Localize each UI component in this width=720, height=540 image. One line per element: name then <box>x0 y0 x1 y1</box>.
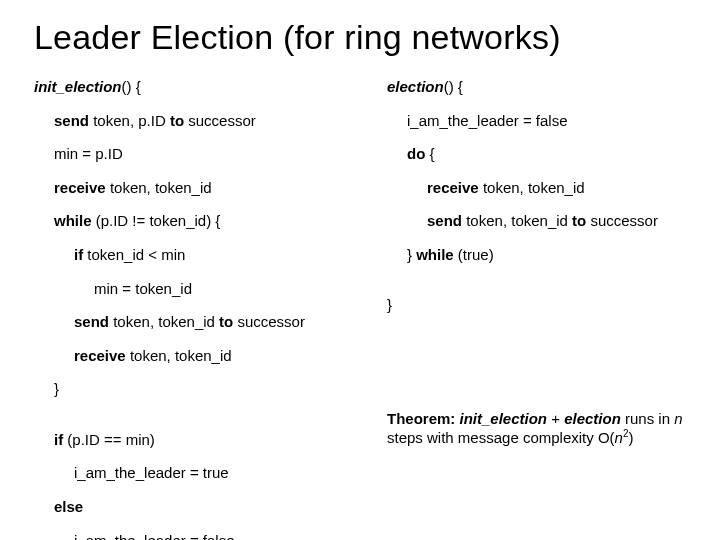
left-column: init_election() { send token, p.ID to su… <box>34 79 369 540</box>
kw-else: else <box>54 498 83 515</box>
var-n: n <box>615 429 623 446</box>
kw-send: send <box>74 313 109 330</box>
txt: token, token_id <box>109 313 219 330</box>
kw-while: while <box>416 246 454 263</box>
line-leader-false: i_am_the_leader = false <box>387 113 686 130</box>
fn-paren: () { <box>444 78 463 95</box>
txt: successor <box>184 112 256 129</box>
close-brace: } <box>387 296 392 313</box>
txt: (p.ID != token_id) { <box>92 212 221 229</box>
kw-to: to <box>170 112 184 129</box>
txt: token, token_id <box>126 347 232 364</box>
kw-receive: receive <box>74 347 126 364</box>
slide: Leader Election (for ring networks) init… <box>0 0 720 540</box>
txt: ) <box>628 429 633 446</box>
txt: { <box>425 145 434 162</box>
txt: token, token_id <box>479 179 585 196</box>
kw-send: send <box>54 112 89 129</box>
kw-receive: receive <box>54 179 106 196</box>
txt: token, token_id <box>462 212 572 229</box>
init-election-code: init_election() { send token, p.ID to su… <box>34 79 369 540</box>
txt: token, token_id <box>106 179 212 196</box>
txt: runs in <box>621 410 674 427</box>
var-n: n <box>674 410 682 427</box>
kw-receive: receive <box>427 179 479 196</box>
close-brace: } <box>34 381 369 398</box>
election-code: election() { i_am_the_leader = false do … <box>387 79 686 314</box>
right-column: election() { i_am_the_leader = false do … <box>387 79 686 540</box>
kw-if: if <box>54 431 63 448</box>
kw-if: if <box>74 246 83 263</box>
thm-fn2: election <box>564 410 621 427</box>
theorem-text: Theorem: init_election + election runs i… <box>387 410 686 447</box>
fn-init-election: init_election <box>34 78 122 95</box>
txt: + <box>547 410 564 427</box>
txt: successor <box>233 313 305 330</box>
line-leader-true: i_am_the_leader = true <box>34 465 369 482</box>
txt: (p.ID == min) <box>63 431 155 448</box>
txt: (true) <box>454 246 494 263</box>
content-columns: init_election() { send token, p.ID to su… <box>34 79 686 540</box>
kw-send: send <box>427 212 462 229</box>
line-leader-false: i_am_the_leader = false <box>34 533 369 540</box>
kw-do: do <box>407 145 425 162</box>
kw-to: to <box>572 212 586 229</box>
thm-fn1: init_election <box>455 410 547 427</box>
line-min-update: min = token_id <box>34 281 369 298</box>
kw-to: to <box>219 313 233 330</box>
line-min-assign: min = p.ID <box>34 146 369 163</box>
fn-paren: () { <box>122 78 141 95</box>
theorem-label: Theorem: <box>387 410 455 427</box>
txt: successor <box>586 212 658 229</box>
txt: steps with message complexity O( <box>387 429 615 446</box>
kw-while: while <box>54 212 92 229</box>
fn-election: election <box>387 78 444 95</box>
txt: token_id < min <box>83 246 185 263</box>
txt: } <box>407 246 416 263</box>
txt: token, p.ID <box>89 112 170 129</box>
slide-title: Leader Election (for ring networks) <box>34 18 686 57</box>
